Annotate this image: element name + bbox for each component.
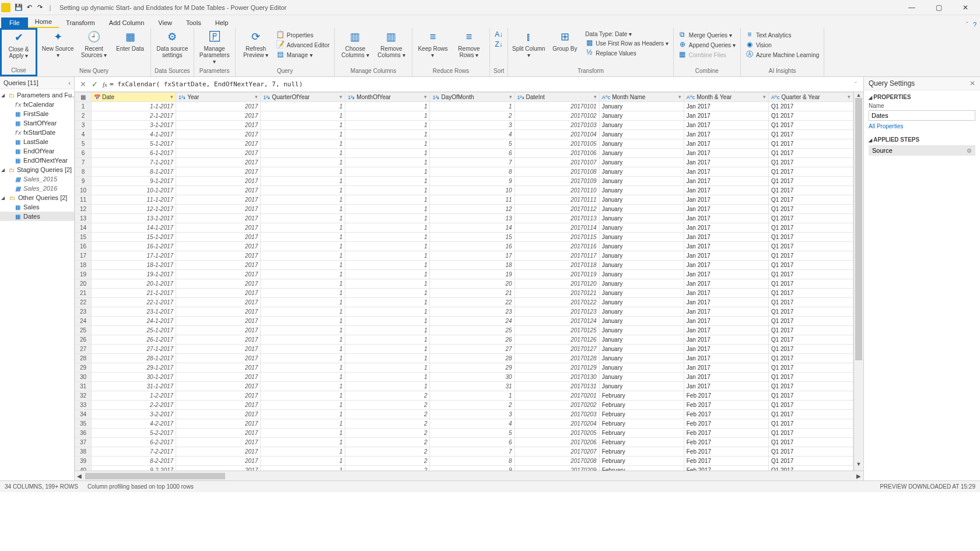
cell[interactable]: 1 <box>345 317 430 326</box>
table-row[interactable]: 1414-1-20172017111420170114JanuaryJan 20… <box>75 223 853 233</box>
row-number-cell[interactable]: 32 <box>75 391 92 401</box>
cancel-formula-icon[interactable]: ✕ <box>77 80 89 89</box>
cell[interactable]: 2017 <box>176 382 261 391</box>
row-number-cell[interactable]: 10 <box>75 186 92 195</box>
cell[interactable]: 1 <box>345 363 430 373</box>
query-group[interactable]: 🗀Parameters and Fu… <box>0 90 74 100</box>
cell[interactable]: 20170129 <box>514 363 599 373</box>
cell[interactable]: Q1 2017 <box>768 363 853 373</box>
row-number-cell[interactable]: 29 <box>75 363 92 373</box>
redo-icon[interactable]: ↷ <box>35 3 44 12</box>
query-item[interactable]: ▦StartOfYear <box>0 118 74 128</box>
row-number-cell[interactable]: 36 <box>75 429 92 438</box>
horizontal-scrollbar[interactable]: ◀ ▶ <box>75 471 863 480</box>
table-row[interactable]: 1919-1-20172017111920170119JanuaryJan 20… <box>75 270 853 279</box>
cell[interactable]: Feb 2017 <box>684 438 768 447</box>
cell[interactable]: 20170110 <box>514 186 599 195</box>
cell[interactable]: 2017 <box>176 345 261 354</box>
table-row[interactable]: 376-2-2017201712620170206FebruaryFeb 201… <box>75 438 853 447</box>
tab-tools[interactable]: Tools <box>179 17 208 28</box>
cell[interactable]: January <box>599 345 684 354</box>
manage-parameters-button[interactable]: 🄿Manage Parameters ▾ <box>198 29 232 65</box>
cell[interactable]: 1 <box>261 177 345 186</box>
vertical-scrollbar[interactable]: ▲ ▼ <box>853 92 863 471</box>
cell[interactable]: Q1 2017 <box>768 177 853 186</box>
cell[interactable]: 8-1-2017 <box>92 167 176 177</box>
cell[interactable]: 3 <box>430 121 514 130</box>
cell[interactable]: February <box>599 466 684 471</box>
table-row[interactable]: 2828-1-20172017112820170128JanuaryJan 20… <box>75 354 853 363</box>
cell[interactable]: 1 <box>261 298 345 307</box>
cell[interactable]: Jan 2017 <box>684 233 768 242</box>
column-header[interactable]: 1²₃DayOfMonth▾ <box>430 93 514 102</box>
datatype-icon[interactable]: 1²₃ <box>517 94 524 100</box>
cell[interactable]: 2-2-2017 <box>92 401 176 410</box>
help-icon[interactable]: ? <box>973 21 977 28</box>
cell[interactable]: 1 <box>345 279 430 289</box>
cell[interactable]: 31-1-2017 <box>92 382 176 391</box>
cell[interactable]: 1 <box>345 111 430 121</box>
cell[interactable]: 20170201 <box>514 391 599 401</box>
cell[interactable]: 1 <box>261 121 345 130</box>
datatype-icon[interactable]: Aᴮc <box>771 94 780 100</box>
cell[interactable]: 20170111 <box>514 195 599 205</box>
datatype-icon[interactable]: Aᴮc <box>602 94 611 100</box>
cell[interactable]: 9-2-2017 <box>92 466 176 471</box>
cell[interactable]: January <box>599 289 684 298</box>
cell[interactable]: Q1 2017 <box>768 457 853 466</box>
cell[interactable]: 1 <box>261 242 345 251</box>
cell[interactable]: January <box>599 177 684 186</box>
query-item[interactable]: ▦FirstSale <box>0 109 74 118</box>
cell[interactable]: 2017 <box>176 447 261 457</box>
cell[interactable]: 12 <box>430 205 514 214</box>
cell[interactable]: 27 <box>430 345 514 354</box>
remove-columns-button[interactable]: ▥Remove Columns ▾ <box>374 29 408 65</box>
query-item[interactable]: fxfxCalendar <box>0 100 74 109</box>
filter-dropdown-icon[interactable]: ▾ <box>170 94 173 100</box>
cell[interactable]: February <box>599 438 684 447</box>
row-number-cell[interactable]: 7 <box>75 158 92 167</box>
queries-panel-header[interactable]: Queries [11] ‹ <box>0 77 74 89</box>
cell[interactable]: 2017 <box>176 139 261 149</box>
cell[interactable]: 11 <box>430 195 514 205</box>
sort-desc-button[interactable]: Z↓ <box>494 40 504 50</box>
cell[interactable]: 2 <box>345 447 430 457</box>
cell[interactable]: Jan 2017 <box>684 139 768 149</box>
cell[interactable]: 1 <box>345 354 430 363</box>
cell[interactable]: Jan 2017 <box>684 242 768 251</box>
properties-button[interactable]: 📋Properties <box>275 30 331 40</box>
cell[interactable]: Jan 2017 <box>684 177 768 186</box>
cell[interactable]: Q1 2017 <box>768 195 853 205</box>
recent-sources-button[interactable]: 🕘Recent Sources ▾ <box>77 29 111 65</box>
cell[interactable]: 6 <box>430 438 514 447</box>
row-number-cell[interactable]: 21 <box>75 289 92 298</box>
cell[interactable]: 20170203 <box>514 410 599 419</box>
query-name-input[interactable] <box>869 110 975 121</box>
cell[interactable]: 4-1-2017 <box>92 130 176 139</box>
cell[interactable]: Jan 2017 <box>684 363 768 373</box>
cell[interactable]: 1 <box>345 223 430 233</box>
cell[interactable]: 2 <box>430 111 514 121</box>
table-row[interactable]: 1212-1-20172017111220170112JanuaryJan 20… <box>75 205 853 214</box>
cell[interactable]: Jan 2017 <box>684 205 768 214</box>
cell[interactable]: Jan 2017 <box>684 326 768 335</box>
cell[interactable]: 1 <box>345 195 430 205</box>
cell[interactable]: 20170103 <box>514 121 599 130</box>
cell[interactable]: 31 <box>430 382 514 391</box>
cell[interactable]: 1 <box>430 391 514 401</box>
cell[interactable]: 19 <box>430 270 514 279</box>
table-row[interactable]: 1818-1-20172017111820170118JanuaryJan 20… <box>75 261 853 270</box>
table-row[interactable]: 55-1-2017201711520170105JanuaryJan 2017Q… <box>75 139 853 149</box>
cell[interactable]: 1 <box>345 149 430 158</box>
cell[interactable]: 1 <box>261 401 345 410</box>
row-number-cell[interactable]: 3 <box>75 121 92 130</box>
tab-add-column[interactable]: Add Column <box>102 17 152 28</box>
column-header[interactable]: AᴮcQuarter & Year▾ <box>768 93 853 102</box>
cell[interactable]: Q1 2017 <box>768 466 853 471</box>
cell[interactable]: 13-1-2017 <box>92 214 176 223</box>
cell[interactable]: 1 <box>261 111 345 121</box>
cell[interactable]: 2017 <box>176 111 261 121</box>
cell[interactable]: 1 <box>261 317 345 326</box>
cell[interactable]: 1 <box>345 130 430 139</box>
cell[interactable]: January <box>599 354 684 363</box>
